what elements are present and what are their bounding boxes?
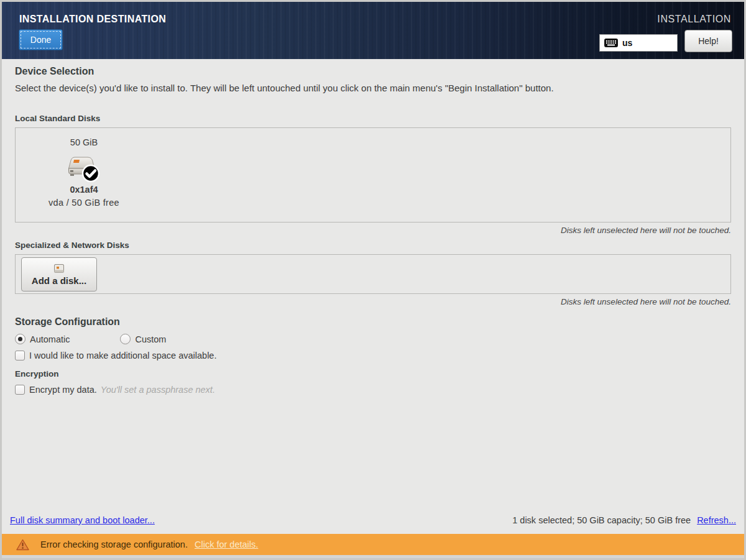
- encrypt-checkbox[interactable]: [15, 385, 25, 395]
- keyboard-layout-value: us: [622, 38, 632, 48]
- encrypt-row: Encrypt my data. You'll set a passphrase…: [15, 385, 731, 395]
- radio-automatic[interactable]: [15, 334, 25, 344]
- bottom-strip: [2, 555, 744, 558]
- small-disk-icon: [53, 264, 65, 274]
- warning-icon: [16, 539, 29, 551]
- local-disks-note: Disks left unselected here will not be t…: [15, 226, 731, 235]
- error-message: Error checking storage configuration.: [40, 539, 188, 549]
- encrypt-label[interactable]: Encrypt my data.: [29, 385, 97, 395]
- device-selection-heading: Device Selection: [15, 66, 731, 77]
- add-disk-label: Add a disk...: [32, 275, 86, 286]
- installer-window: INSTALLATION DESTINATION Done INSTALLATI…: [0, 0, 746, 560]
- done-button[interactable]: Done: [19, 29, 63, 50]
- network-disks-heading: Specialized & Network Disks: [15, 241, 731, 250]
- disk-model: 0x1af4: [70, 185, 98, 195]
- content-area: Device Selection Select the device(s) yo…: [2, 59, 744, 534]
- storage-config-heading: Storage Configuration: [15, 316, 731, 328]
- footer-row: Full disk summary and boot loader... 1 d…: [10, 515, 736, 525]
- hard-disk-icon: [67, 154, 101, 183]
- error-details-link[interactable]: Click for details.: [195, 539, 258, 549]
- partitioning-options: Automatic Custom: [15, 334, 731, 344]
- content-spacer: [15, 395, 731, 515]
- error-bar[interactable]: Error checking storage configuration. Cl…: [2, 534, 744, 555]
- additional-space-label[interactable]: I would like to make additional space av…: [29, 351, 216, 360]
- radio-custom[interactable]: [120, 334, 131, 344]
- disk-size: 50 GiB: [70, 137, 98, 147]
- local-disks-panel: 50 GiB: [15, 127, 731, 223]
- disk-status-text: 1 disk selected; 50 GiB capacity; 50 GiB…: [512, 515, 691, 525]
- refresh-link[interactable]: Refresh...: [697, 515, 736, 525]
- keyboard-icon: [604, 39, 618, 47]
- header-bar: INSTALLATION DESTINATION Done INSTALLATI…: [2, 2, 744, 59]
- additional-space-checkbox[interactable]: [15, 351, 25, 360]
- disk-status: 1 disk selected; 50 GiB capacity; 50 GiB…: [512, 515, 736, 525]
- page-title: INSTALLATION DESTINATION: [19, 14, 166, 25]
- add-disk-button[interactable]: Add a disk...: [21, 257, 97, 291]
- network-disks-note: Disks left unselected here will not be t…: [15, 297, 731, 306]
- network-disks-panel: Add a disk...: [15, 254, 731, 294]
- encryption-heading: Encryption: [15, 369, 731, 379]
- encrypt-hint: You'll set a passphrase next.: [101, 385, 215, 395]
- installer-section-title: INSTALLATION: [657, 14, 731, 25]
- device-selection-description: Select the device(s) you'd like to insta…: [15, 83, 731, 93]
- local-disks-heading: Local Standard Disks: [15, 114, 731, 123]
- keyboard-layout-selector[interactable]: us: [599, 34, 678, 52]
- help-button[interactable]: Help!: [684, 30, 732, 52]
- disk-details: vda / 50 GiB free: [48, 198, 119, 208]
- radio-automatic-label[interactable]: Automatic: [30, 334, 70, 344]
- additional-space-row: I would like to make additional space av…: [15, 351, 731, 360]
- full-disk-summary-link[interactable]: Full disk summary and boot loader...: [10, 515, 155, 525]
- disk-tile-vda[interactable]: 50 GiB: [34, 134, 134, 218]
- radio-custom-label[interactable]: Custom: [135, 334, 166, 344]
